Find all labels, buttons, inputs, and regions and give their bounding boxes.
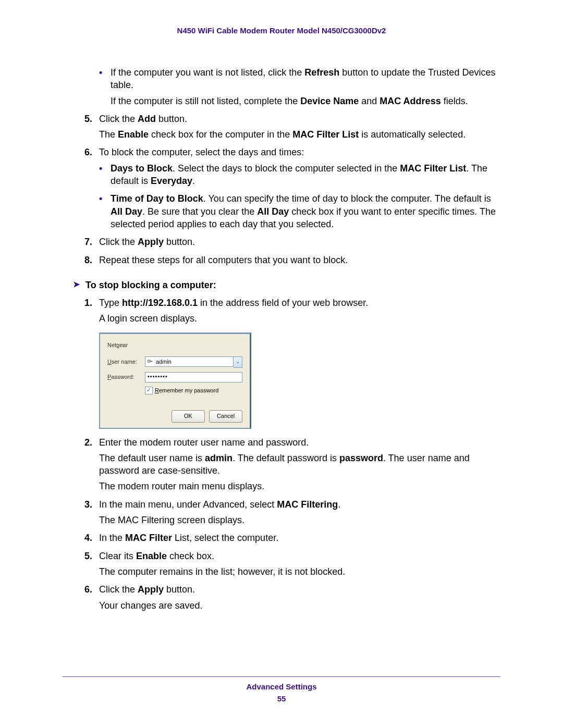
bold: Enable	[118, 129, 149, 140]
bold: Device Name	[300, 96, 359, 106]
text: Your changes are saved.	[99, 599, 500, 612]
bullet-days-to-block: • Days to Block. Select the days to bloc…	[99, 162, 500, 188]
document-body: • If the computer you want is not listed…	[63, 66, 500, 612]
bullet-refresh: • If the computer you want is not listed…	[99, 66, 500, 107]
step-number: 1.	[84, 297, 99, 325]
step-number: 6.	[84, 146, 99, 158]
remember-checkbox[interactable]: ✓	[145, 387, 153, 394]
footer-section: Advanced Settings	[63, 682, 500, 691]
text: Click the	[99, 584, 138, 595]
bold: http://192.168.0.1	[122, 298, 198, 308]
text: is automatically selected.	[359, 129, 466, 140]
text: If the computer you want is not listed, …	[111, 67, 304, 78]
cancel-button[interactable]: Cancel	[209, 410, 242, 423]
bullet-dot-icon: •	[99, 162, 111, 188]
bullet-time-to-block: • Time of Day to Block. You can specify …	[99, 192, 500, 230]
username-label: User name:	[107, 358, 145, 366]
bullet-dot-icon: •	[99, 192, 111, 230]
stop-step-6: 6. Click the Apply button. Your changes …	[84, 583, 500, 612]
bold: Days to Block	[111, 163, 173, 174]
bold: All Day	[257, 206, 289, 217]
bold: Time of Day to Block	[111, 193, 203, 204]
svg-point-0	[148, 360, 151, 362]
remember-label: Remember my password	[155, 387, 218, 394]
text: The default user name is	[99, 453, 205, 463]
text: The modem router main menu displays.	[99, 480, 500, 492]
bold: MAC Filtering	[277, 499, 338, 510]
stop-step-4: 4. In the MAC Filter List, select the co…	[84, 532, 500, 544]
text: button.	[156, 114, 187, 124]
key-icon	[147, 358, 153, 364]
text: button.	[164, 584, 195, 595]
text: In the main menu, under Advanced, select	[99, 499, 277, 510]
bold: Refresh	[304, 67, 339, 78]
text: To block the computer, select the days a…	[99, 146, 500, 158]
bold: Enable	[136, 551, 167, 561]
text: Enter the modem router user name and pas…	[99, 437, 309, 448]
stop-step-2: 2. Enter the modem router user name and …	[84, 436, 500, 493]
footer-page-number: 55	[63, 694, 500, 703]
text: .	[192, 176, 195, 186]
text: . Be sure that you clear the	[142, 206, 257, 217]
text: . Select the days to block the computer …	[173, 163, 400, 174]
bold: Add	[138, 114, 156, 124]
step-number: 7.	[84, 236, 99, 248]
username-input[interactable]	[145, 356, 234, 367]
text: . You can specify the time of day to blo…	[203, 193, 491, 204]
stop-step-1: 1. Type http://192.168.0.1 in the addres…	[84, 297, 500, 325]
text: in the address field of your web browser…	[198, 298, 368, 308]
step-number: 3.	[84, 498, 99, 527]
step-5-add: 5. Click the Add button. The Enable chec…	[84, 113, 500, 141]
text: The MAC Filtering screen displays.	[99, 514, 500, 526]
bold: Apply	[138, 237, 164, 247]
bold: MAC Filter	[125, 533, 172, 543]
step-8-repeat: 8. Repeat these steps for all computers …	[84, 254, 500, 266]
step-number: 5.	[84, 113, 99, 141]
stop-step-3: 3. In the main menu, under Advanced, sel…	[84, 498, 500, 527]
text: The	[99, 129, 118, 140]
text: Click the	[99, 114, 138, 124]
bold: MAC Filter List	[292, 129, 359, 140]
page-header-title: N450 WiFi Cable Modem Router Model N450/…	[63, 26, 500, 35]
username-dropdown-button[interactable]: ⌄	[234, 356, 242, 368]
page-footer: Advanced Settings 55	[63, 676, 500, 703]
text: check box.	[167, 551, 214, 561]
login-dialog: Netgear User name: ⌄ Password: •••••••• …	[99, 332, 251, 429]
procedure-heading: ➤ To stop blocking a computer:	[73, 279, 500, 291]
step-number: 4.	[84, 532, 99, 544]
bold: password	[339, 453, 383, 463]
step-number: 8.	[84, 254, 99, 266]
chevron-right-icon: ➤	[73, 279, 85, 291]
bold: Apply	[138, 584, 164, 595]
text: A login screen displays.	[99, 312, 500, 325]
text: .	[338, 499, 340, 510]
login-brand: Netgear	[107, 341, 128, 349]
ok-button[interactable]: OK	[172, 410, 205, 423]
text: check box for the computer in the	[149, 129, 292, 140]
text: fields.	[441, 96, 468, 106]
password-input[interactable]: ••••••••	[145, 372, 242, 382]
step-number: 2.	[84, 436, 99, 493]
text: Clear its	[99, 551, 136, 561]
bold: admin	[205, 453, 232, 463]
text: The computer remains in the list; howeve…	[99, 565, 500, 578]
text: Type	[99, 298, 122, 308]
step-6-block: 6. To block the computer, select the day…	[84, 146, 500, 158]
text: and	[359, 96, 380, 106]
text: Click the	[99, 237, 138, 247]
bold: Everyday	[151, 176, 192, 186]
step-number: 5.	[84, 550, 99, 578]
step-7-apply: 7. Click the Apply button.	[84, 236, 500, 248]
footer-rule	[63, 676, 500, 677]
text: List, select the computer.	[172, 533, 278, 543]
stop-step-5: 5. Clear its Enable check box. The compu…	[84, 550, 500, 578]
bullet-dot-icon: •	[99, 66, 111, 107]
bold: MAC Address	[380, 96, 440, 106]
bold: MAC Filter List	[400, 163, 466, 174]
heading-text: To stop blocking a computer:	[85, 279, 216, 291]
text: In the	[99, 533, 125, 543]
text: . The default password is	[232, 453, 339, 463]
text: button.	[164, 237, 195, 247]
password-label: Password:	[107, 373, 145, 381]
text: Repeat these steps for all computers tha…	[99, 254, 500, 266]
